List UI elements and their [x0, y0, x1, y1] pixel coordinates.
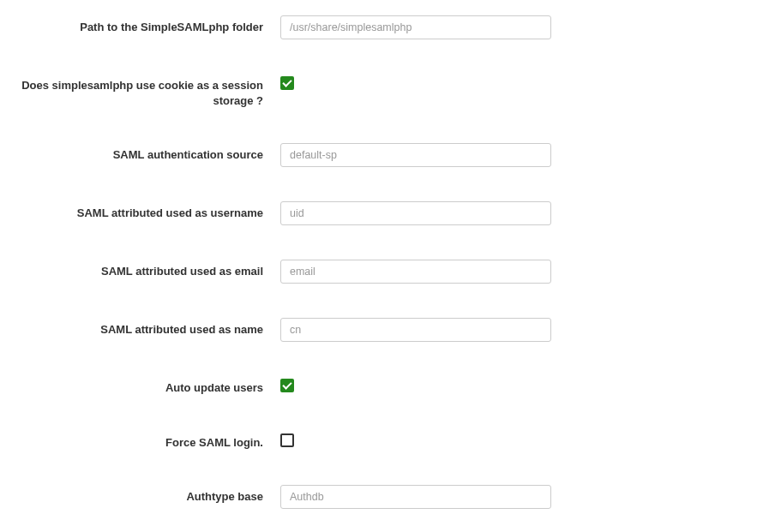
label-attr-email: SAML attributed used as email — [0, 260, 280, 279]
checkbox-force-saml-login[interactable] — [280, 433, 294, 447]
label-simplesamlphp-path: Path to the SimpleSAMLphp folder — [0, 15, 280, 35]
field-attr-name: SAML attributed used as name — [0, 318, 781, 342]
field-attr-username: SAML attributed used as username — [0, 201, 781, 225]
input-attr-email[interactable] — [280, 260, 551, 284]
field-simplesamlphp-path: Path to the SimpleSAMLphp folder — [0, 15, 781, 39]
checkbox-auto-update-users[interactable] — [280, 379, 294, 392]
label-authtype-base: Authtype base — [0, 485, 280, 505]
field-cookie-session: Does simplesamlphp use cookie as a sessi… — [0, 74, 781, 109]
saml-settings-form: Path to the SimpleSAMLphp folder Does si… — [0, 0, 781, 532]
input-attr-name[interactable] — [280, 318, 551, 342]
field-authtype-base: Authtype base — [0, 485, 781, 509]
input-simplesamlphp-path[interactable] — [280, 15, 551, 39]
field-auth-source: SAML authentication source — [0, 143, 781, 167]
label-auth-source: SAML authentication source — [0, 143, 280, 163]
label-auto-update-users: Auto update users — [0, 376, 280, 396]
input-auth-source[interactable] — [280, 143, 551, 167]
field-auto-update-users: Auto update users — [0, 376, 781, 396]
field-force-saml-login: Force SAML login. — [0, 431, 781, 451]
field-attr-email: SAML attributed used as email — [0, 260, 781, 284]
label-force-saml-login: Force SAML login. — [0, 431, 280, 451]
checkbox-cookie-session[interactable] — [280, 76, 294, 90]
input-authtype-base[interactable] — [280, 485, 551, 509]
label-cookie-session: Does simplesamlphp use cookie as a sessi… — [0, 74, 280, 109]
label-attr-name: SAML attributed used as name — [0, 318, 280, 338]
input-attr-username[interactable] — [280, 201, 551, 225]
label-attr-username: SAML attributed used as username — [0, 201, 280, 221]
